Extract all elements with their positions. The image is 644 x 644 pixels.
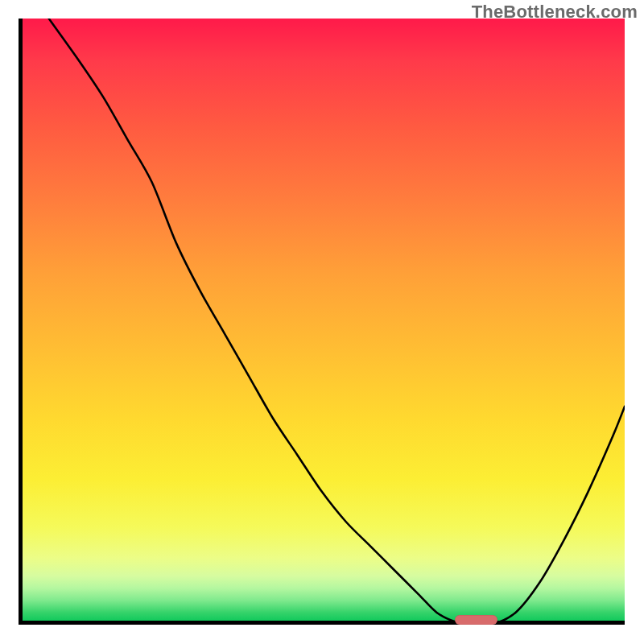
watermark-text: TheBottleneck.com [472, 2, 638, 23]
chart-container: TheBottleneck.com [0, 0, 644, 644]
plot-area [19, 19, 625, 625]
bottleneck-curve-path [49, 19, 625, 625]
optimal-marker-icon [455, 615, 497, 625]
bottleneck-curve-svg [19, 19, 625, 625]
